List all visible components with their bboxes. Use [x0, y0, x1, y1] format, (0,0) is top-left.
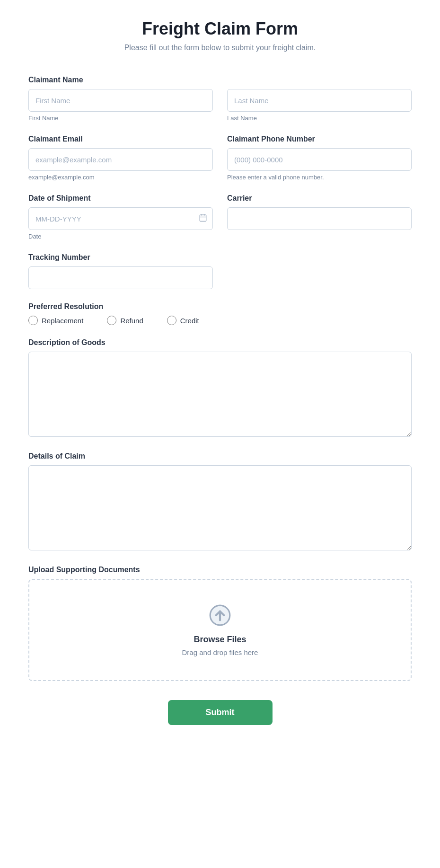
- email-label: Claimant Email: [28, 135, 213, 143]
- description-label: Description of Goods: [28, 338, 412, 347]
- upload-title: Browse Files: [39, 635, 401, 645]
- phone-label: Claimant Phone Number: [227, 135, 412, 143]
- first-name-hint: First Name: [28, 115, 213, 122]
- claimant-name-label: Claimant Name: [28, 76, 412, 84]
- shipment-date-label: Date of Shipment: [28, 194, 213, 203]
- tracking-label: Tracking Number: [28, 253, 412, 262]
- last-name-hint: Last Name: [227, 115, 412, 122]
- page-subtitle: Please fill out the form below to submit…: [28, 44, 412, 52]
- replacement-radio[interactable]: [28, 316, 38, 325]
- email-input[interactable]: [28, 148, 213, 171]
- resolution-radio-group: Replacement Refund Credit: [28, 316, 412, 325]
- resolution-refund[interactable]: Refund: [107, 316, 143, 325]
- phone-hint: Please enter a valid phone number.: [227, 174, 412, 181]
- page-title: Freight Claim Form: [28, 19, 412, 39]
- resolution-credit[interactable]: Credit: [167, 316, 199, 325]
- upload-subtitle: Drag and drop files here: [39, 648, 401, 656]
- upload-label: Upload Supporting Documents: [28, 566, 412, 574]
- upload-area[interactable]: Browse Files Drag and drop files here: [28, 579, 412, 681]
- resolution-label: Preferred Resolution: [28, 302, 412, 311]
- carrier-label: Carrier: [227, 194, 412, 203]
- freight-claim-form: Claimant Name First Name Last Name Claim…: [28, 76, 412, 725]
- submit-button[interactable]: Submit: [168, 700, 273, 725]
- carrier-input[interactable]: [227, 207, 412, 230]
- credit-label: Credit: [180, 317, 199, 325]
- claim-details-label: Details of Claim: [28, 452, 412, 461]
- email-hint: example@example.com: [28, 174, 213, 181]
- credit-radio[interactable]: [167, 316, 176, 325]
- date-input[interactable]: [28, 207, 213, 230]
- upload-icon: [208, 603, 232, 627]
- tracking-input[interactable]: [28, 266, 213, 289]
- claim-details-textarea[interactable]: [28, 465, 412, 550]
- last-name-input[interactable]: [227, 89, 412, 112]
- date-hint: Date: [28, 233, 213, 240]
- resolution-replacement[interactable]: Replacement: [28, 316, 83, 325]
- refund-radio[interactable]: [107, 316, 116, 325]
- replacement-label: Replacement: [42, 317, 83, 325]
- first-name-input[interactable]: [28, 89, 213, 112]
- description-textarea[interactable]: [28, 352, 412, 437]
- refund-label: Refund: [120, 317, 143, 325]
- phone-input[interactable]: [227, 148, 412, 171]
